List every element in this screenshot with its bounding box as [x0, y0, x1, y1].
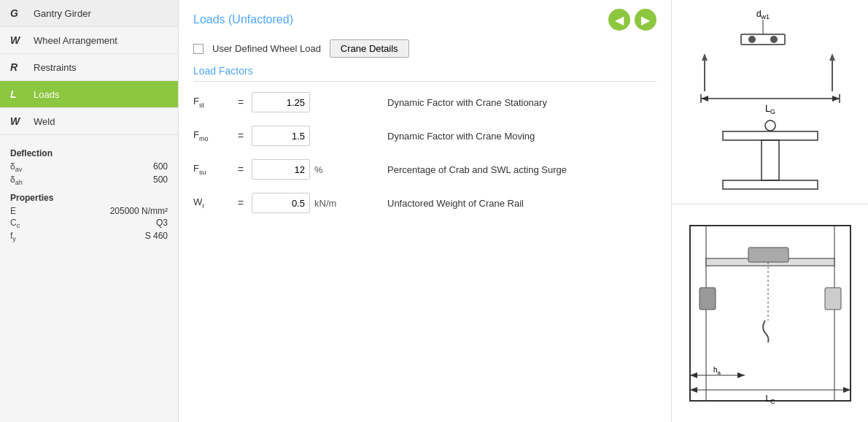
- main-content: Loads (Unfactored) ◀ ▶ User Defined Whee…: [179, 0, 671, 422]
- sidebar-item-loads[interactable]: L Loads: [0, 81, 178, 108]
- sidebar-letter-weld: W: [10, 115, 26, 127]
- load-factors-title: Load Factors: [193, 65, 656, 77]
- sidebar-item-wheel-arrangement[interactable]: W Wheel Arrangement: [0, 27, 178, 54]
- sidebar-label-loads: Loads: [34, 89, 59, 100]
- svg-point-3: [748, 36, 756, 43]
- fst-equals: =: [230, 96, 252, 108]
- fmo-input[interactable]: [252, 126, 310, 146]
- fsu-label: Fsu: [193, 163, 230, 176]
- svg-marker-12: [701, 96, 708, 101]
- svg-marker-6: [702, 53, 708, 61]
- bottom-diagram-svg: ha LC: [679, 215, 861, 412]
- factor-row-fsu: Fsu = % Percentage of Crab and SWL actin…: [193, 159, 656, 180]
- svg-rect-22: [834, 226, 850, 401]
- sidebar-letter-loads: L: [10, 88, 26, 100]
- svg-rect-2: [741, 34, 785, 45]
- wr-unit: kN/m: [314, 198, 344, 209]
- factor-rows-container: Fst = Dynamic Factor with Crane Stationa…: [193, 92, 656, 226]
- sidebar-label-gantry-girder: Gantry Girder: [34, 8, 91, 19]
- fst-input[interactable]: [252, 92, 310, 112]
- svg-rect-15: [723, 131, 818, 140]
- svg-rect-16: [762, 140, 779, 180]
- nav-forward-button[interactable]: ▶: [635, 9, 656, 31]
- deflection-title: Deflection: [10, 148, 168, 158]
- svg-text:ha: ha: [713, 366, 721, 376]
- nav-back-button[interactable]: ◀: [608, 9, 630, 31]
- udw-checkbox[interactable]: [193, 44, 204, 54]
- sidebar-properties: Deflection δav 600 δah 500 Properties E …: [0, 135, 178, 422]
- sidebar-item-gantry-girder[interactable]: G Gantry Girder: [0, 0, 178, 27]
- top-diagram-svg: dw1 LG: [679, 4, 861, 201]
- udw-label: User Defined Wheel Load: [212, 43, 321, 54]
- delta-av-value: 600: [153, 161, 168, 173]
- svg-point-18: [765, 120, 775, 131]
- delta-av-label: δav: [10, 161, 22, 173]
- cc-value: Q3: [156, 218, 168, 229]
- diagram-top: dw1 LG: [672, 0, 868, 204]
- wr-description: Unfactored Weight of Crane Rail: [387, 198, 524, 209]
- factor-row-fst: Fst = Dynamic Factor with Crane Stationa…: [193, 92, 656, 112]
- e-label: E: [10, 206, 16, 216]
- factor-row-wr: Wr = kN/m Unfactored Weight of Crane Rai…: [193, 193, 656, 213]
- fst-description: Dynamic Factor with Crane Stationary: [387, 97, 547, 108]
- svg-rect-17: [723, 180, 818, 189]
- wr-label: Wr: [193, 196, 230, 210]
- section-divider: [193, 81, 656, 82]
- diagram-bottom: ha LC: [672, 204, 868, 422]
- svg-rect-25: [700, 288, 716, 310]
- sidebar-letter-restraints: R: [10, 61, 26, 73]
- cc-label: Cc: [10, 218, 20, 229]
- fmo-label: Fmo: [193, 129, 230, 142]
- sidebar-item-weld[interactable]: W Weld: [0, 108, 178, 135]
- properties-title: Properties: [10, 193, 168, 203]
- fy-label: fy: [10, 231, 16, 242]
- svg-marker-34: [843, 387, 850, 393]
- fsu-equals: =: [230, 164, 252, 175]
- header-row: Loads (Unfactored) ◀ ▶: [193, 9, 656, 31]
- fy-value: S 460: [145, 231, 168, 242]
- svg-point-4: [770, 36, 778, 43]
- udw-row: User Defined Wheel Load Crane Details: [193, 39, 656, 58]
- fsu-unit: %: [314, 164, 344, 175]
- factor-row-fmo: Fmo = Dynamic Factor with Crane Moving: [193, 126, 656, 146]
- right-panel: dw1 LG: [671, 0, 868, 422]
- sidebar-label-restraints: Restraints: [34, 62, 77, 73]
- sidebar: G Gantry Girder W Wheel Arrangement R Re…: [0, 0, 179, 422]
- svg-text:dw1: dw1: [756, 9, 769, 20]
- svg-marker-13: [832, 96, 840, 101]
- fmo-equals: =: [230, 130, 252, 142]
- sidebar-item-restraints[interactable]: R Restraints: [0, 54, 178, 81]
- svg-rect-26: [825, 288, 841, 310]
- sidebar-letter-wheel-arrangement: W: [10, 34, 26, 46]
- crane-details-button[interactable]: Crane Details: [330, 39, 409, 58]
- fst-label: Fst: [193, 96, 230, 109]
- e-value: 205000 N/mm²: [110, 206, 168, 216]
- svg-marker-29: [690, 372, 697, 378]
- svg-rect-24: [748, 248, 788, 262]
- nav-arrows: ◀ ▶: [608, 9, 656, 31]
- sidebar-label-weld: Weld: [34, 116, 55, 127]
- fmo-description: Dynamic Factor with Crane Moving: [387, 131, 535, 142]
- svg-text:LG: LG: [764, 103, 775, 115]
- fsu-description: Percentage of Crab and SWL acting Surge: [387, 164, 567, 175]
- delta-ah-label: δah: [10, 174, 23, 186]
- svg-marker-8: [829, 53, 835, 61]
- svg-marker-30: [737, 372, 745, 378]
- svg-text:LC: LC: [765, 394, 775, 405]
- delta-ah-value: 500: [153, 174, 168, 186]
- sidebar-label-wheel-arrangement: Wheel Arrangement: [34, 35, 117, 46]
- sidebar-letter-gantry-girder: G: [10, 7, 26, 19]
- fsu-input[interactable]: [252, 159, 310, 180]
- wr-input[interactable]: [252, 193, 310, 213]
- page-title: Loads (Unfactored): [193, 13, 293, 26]
- wr-equals: =: [230, 197, 252, 209]
- svg-marker-33: [690, 387, 697, 393]
